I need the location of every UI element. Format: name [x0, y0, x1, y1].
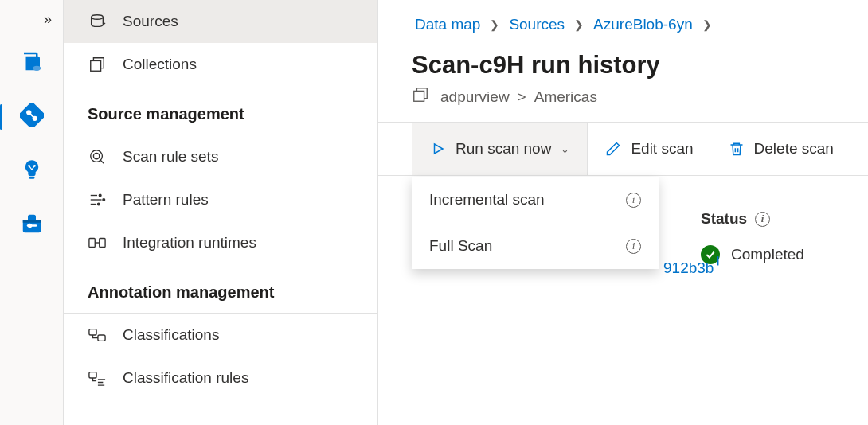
database-icon [88, 12, 107, 31]
sidebar-item-collections[interactable]: Collections [64, 43, 377, 86]
sidebar-item-sources[interactable]: Sources [64, 0, 377, 43]
expand-nav-icon[interactable]: » [44, 11, 52, 28]
dropdown-item-label: Full Scan [429, 237, 492, 255]
toolbar-label: Run scan now [456, 140, 551, 158]
main-content: Data map ❯ Sources ❯ AzureBlob-6yn ❯ Sca… [378, 0, 868, 425]
svg-rect-5 [29, 177, 34, 178]
sidebar-item-integration-runtimes[interactable]: Integration runtimes [64, 221, 377, 264]
page-subtitle: adpurview > Americas [412, 86, 852, 107]
sidebar-item-classifications[interactable]: Classifications [64, 314, 377, 357]
toolbar: Run scan now ⌄ Edit scan Delete scan Inc… [378, 122, 868, 176]
svg-point-19 [97, 203, 100, 205]
svg-rect-21 [100, 239, 105, 248]
run-scan-dropdown: Incremental scan i Full Scan i [412, 177, 659, 269]
sidebar-item-label: Integration runtimes [123, 234, 256, 251]
subtitle-collection: adpurview [440, 88, 510, 106]
page-title: Scan-c9H run history [412, 51, 852, 80]
subtitle-sep: > [518, 88, 526, 106]
classification-rules-icon [88, 368, 107, 388]
svg-point-10 [92, 15, 104, 20]
run-id-link[interactable]: 912b3b╵ [663, 259, 722, 277]
sidebar-item-label: Classification rules [123, 369, 248, 387]
info-icon[interactable]: i [626, 239, 641, 254]
nav-rail: » [0, 0, 64, 425]
svg-rect-23 [89, 329, 96, 335]
sidebar-item-scan-rule-sets[interactable]: Scan rule sets [64, 135, 377, 178]
sidebar-item-label: Scan rule sets [123, 148, 218, 166]
svg-point-13 [93, 153, 99, 158]
chevron-right-icon: ❯ [702, 18, 712, 31]
sidebar-section-annotation-management: Annotation management [64, 264, 377, 314]
table-row-status: Completed [701, 245, 868, 264]
svg-point-18 [103, 199, 105, 201]
svg-point-9 [27, 224, 32, 228]
svg-point-0 [33, 66, 41, 71]
svg-rect-11 [91, 60, 101, 71]
nav-rail-data-map[interactable] [13, 98, 51, 136]
play-icon [430, 141, 446, 157]
collections-icon [88, 55, 107, 74]
classifications-icon [88, 326, 107, 345]
dropdown-full-scan[interactable]: Full Scan i [412, 223, 659, 269]
trash-icon [729, 141, 745, 157]
delete-scan-button[interactable]: Delete scan [711, 123, 851, 175]
status-value-label: Completed [731, 246, 804, 263]
sidebar-item-label: Classifications [123, 326, 219, 344]
chevron-down-icon: ⌄ [561, 143, 569, 155]
sidebar-item-label: Pattern rules [123, 191, 209, 209]
pencil-icon [605, 141, 621, 157]
breadcrumb-sources[interactable]: Sources [509, 16, 565, 33]
nav-rail-insights[interactable] [13, 152, 51, 190]
nav-rail-management[interactable] [13, 206, 51, 244]
sidebar: Sources Collections Source management Sc… [64, 0, 378, 425]
edit-scan-button[interactable]: Edit scan [588, 123, 710, 175]
svg-rect-25 [89, 372, 96, 378]
svg-marker-27 [435, 144, 444, 154]
sidebar-item-label: Collections [123, 56, 197, 73]
breadcrumb-azureblob[interactable]: AzureBlob-6yn [593, 16, 693, 33]
toolbox-icon [20, 212, 44, 239]
breadcrumb: Data map ❯ Sources ❯ AzureBlob-6yn ❯ [378, 0, 868, 33]
collections-icon [412, 86, 429, 107]
sidebar-item-pattern-rules[interactable]: Pattern rules [64, 178, 377, 221]
runtime-icon [88, 233, 107, 252]
info-icon[interactable]: i [755, 212, 770, 227]
target-icon [88, 147, 107, 166]
svg-point-17 [99, 194, 101, 197]
sidebar-section-source-management: Source management [64, 86, 377, 135]
info-icon[interactable]: i [626, 193, 641, 208]
svg-rect-26 [414, 91, 424, 101]
svg-rect-20 [89, 239, 95, 248]
dropdown-incremental-scan[interactable]: Incremental scan i [412, 177, 659, 223]
data-map-icon [20, 103, 44, 131]
svg-rect-24 [98, 335, 105, 341]
toolbar-label: Edit scan [631, 140, 693, 158]
lightbulb-icon [21, 158, 43, 184]
dropdown-item-label: Incremental scan [429, 191, 545, 209]
chevron-right-icon: ❯ [490, 18, 499, 31]
catalog-icon [20, 49, 44, 76]
nav-rail-catalog[interactable] [13, 44, 51, 82]
status-column-header: Status i [701, 185, 868, 245]
status-column: Status i Completed [701, 185, 868, 264]
chevron-right-icon: ❯ [574, 18, 584, 31]
run-scan-now-button[interactable]: Run scan now ⌄ [412, 123, 588, 175]
pattern-icon [88, 190, 107, 209]
sidebar-item-label: Sources [123, 13, 178, 30]
subtitle-region: Americas [534, 88, 597, 106]
sidebar-item-classification-rules[interactable]: Classification rules [64, 357, 377, 400]
breadcrumb-data-map[interactable]: Data map [415, 16, 480, 33]
toolbar-label: Delete scan [754, 140, 834, 158]
